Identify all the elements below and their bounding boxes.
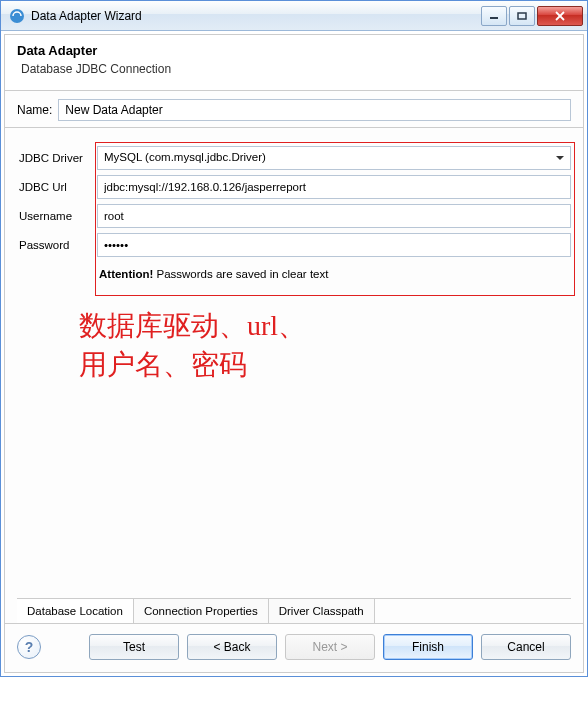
page-subtitle: Database JDBC Connection — [21, 62, 571, 76]
page-title: Data Adapter — [17, 43, 571, 58]
name-label: Name: — [17, 103, 52, 117]
back-button[interactable]: < Back — [187, 634, 277, 660]
row-url: JDBC Url — [17, 175, 571, 199]
username-input[interactable] — [97, 204, 571, 228]
tab-database-location[interactable]: Database Location — [17, 599, 134, 623]
driver-combo[interactable]: MySQL (com.mysql.jdbc.Driver) — [97, 146, 571, 170]
username-label: Username — [17, 210, 97, 222]
name-input[interactable] — [58, 99, 571, 121]
attention-text: Attention! Passwords are saved in clear … — [97, 262, 571, 286]
svg-rect-2 — [518, 13, 526, 19]
tab-bar: Database Location Connection Properties … — [17, 598, 571, 623]
cancel-button[interactable]: Cancel — [481, 634, 571, 660]
maximize-button[interactable] — [509, 6, 535, 26]
button-bar: ? Test < Back Next > Finish Cancel — [4, 624, 584, 673]
svg-point-0 — [10, 9, 24, 23]
wizard-header: Data Adapter Database JDBC Connection — [4, 34, 584, 90]
app-icon — [9, 8, 25, 24]
url-label: JDBC Url — [17, 181, 97, 193]
password-input[interactable] — [97, 233, 571, 257]
annotation-text: 数据库驱动、url、 用户名、密码 — [79, 306, 571, 384]
window-title: Data Adapter Wizard — [31, 9, 481, 23]
attention-msg: Passwords are saved in clear text — [153, 268, 328, 280]
window-controls — [481, 6, 583, 26]
password-label: Password — [17, 239, 97, 251]
help-icon[interactable]: ? — [17, 635, 41, 659]
form-body: JDBC Driver MySQL (com.mysql.jdbc.Driver… — [4, 128, 584, 624]
next-button[interactable]: Next > — [285, 634, 375, 660]
tab-page-database-location: JDBC Driver MySQL (com.mysql.jdbc.Driver… — [17, 136, 571, 598]
tab-connection-properties[interactable]: Connection Properties — [134, 599, 269, 623]
test-button[interactable]: Test — [89, 634, 179, 660]
content-area: Data Adapter Database JDBC Connection Na… — [1, 31, 587, 676]
wizard-window: Data Adapter Wizard Data Adapter Databas… — [0, 0, 588, 677]
row-username: Username — [17, 204, 571, 228]
tab-driver-classpath[interactable]: Driver Classpath — [269, 599, 375, 623]
name-row: Name: — [4, 90, 584, 128]
driver-value: MySQL (com.mysql.jdbc.Driver) — [104, 151, 266, 163]
attention-bold: Attention! — [99, 268, 153, 280]
finish-button[interactable]: Finish — [383, 634, 473, 660]
close-button[interactable] — [537, 6, 583, 26]
url-input[interactable] — [97, 175, 571, 199]
driver-label: JDBC Driver — [17, 152, 97, 164]
minimize-button[interactable] — [481, 6, 507, 26]
row-password: Password — [17, 233, 571, 257]
titlebar[interactable]: Data Adapter Wizard — [1, 1, 587, 31]
row-driver: JDBC Driver MySQL (com.mysql.jdbc.Driver… — [17, 146, 571, 170]
